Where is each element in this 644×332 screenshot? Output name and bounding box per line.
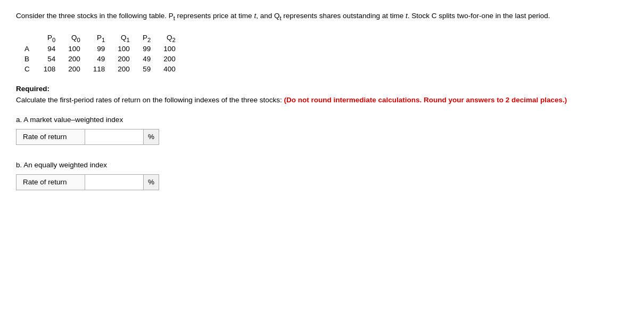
header-p0: P0 — [40, 33, 65, 44]
part-b-rate-label: Rate of return — [16, 174, 85, 190]
table-row: C 108 200 118 200 59 400 — [21, 64, 185, 74]
cell-p1: 49 — [90, 54, 115, 64]
required-section: Required: Calculate the first-period rat… — [16, 85, 628, 106]
cell-p0: 94 — [40, 44, 65, 54]
part-b-input-row: Rate of return % — [16, 174, 628, 190]
cell-q2: 400 — [160, 64, 185, 74]
part-b-label: b. An equally weighted index — [16, 161, 628, 169]
cell-q0: 200 — [65, 64, 90, 74]
cell-p2: 99 — [139, 44, 160, 54]
required-title: Required: — [16, 85, 628, 93]
header-q1: Q1 — [114, 33, 139, 44]
header-q0: Q0 — [65, 33, 90, 44]
cell-p0: 108 — [40, 64, 65, 74]
stock-label: C — [21, 64, 40, 74]
stock-label: B — [21, 54, 40, 64]
cell-p0: 54 — [40, 54, 65, 64]
part-b-section: b. An equally weighted index Rate of ret… — [16, 161, 628, 190]
cell-q1: 200 — [114, 54, 139, 64]
cell-q0: 100 — [65, 44, 90, 54]
cell-q0: 200 — [65, 54, 90, 64]
header-q2: Q2 — [160, 33, 185, 44]
cell-p1: 118 — [90, 64, 115, 74]
cell-q1: 100 — [114, 44, 139, 54]
cell-p2: 59 — [139, 64, 160, 74]
part-b-percent: % — [144, 174, 159, 190]
part-a-rate-input[interactable] — [85, 129, 144, 145]
intro-paragraph: Consider the three stocks in the followi… — [16, 11, 628, 23]
stock-data-table: P0 Q0 P1 Q1 P2 Q2 A 94 100 99 100 99 100… — [21, 33, 185, 75]
required-description: Calculate the first-period rates of retu… — [16, 95, 623, 106]
header-p1: P1 — [90, 33, 115, 44]
cell-q1: 200 — [114, 64, 139, 74]
cell-p1: 99 — [90, 44, 115, 54]
part-b-rate-input[interactable] — [85, 174, 144, 190]
part-a-section: a. A market value–weighted index Rate of… — [16, 116, 628, 145]
cell-p2: 49 — [139, 54, 160, 64]
part-a-rate-label: Rate of return — [16, 129, 85, 145]
table-row: B 54 200 49 200 49 200 — [21, 54, 185, 64]
header-p2: P2 — [139, 33, 160, 44]
cell-q2: 100 — [160, 44, 185, 54]
part-a-input-row: Rate of return % — [16, 129, 628, 145]
part-a-label: a. A market value–weighted index — [16, 116, 628, 124]
cell-q2: 200 — [160, 54, 185, 64]
stock-label: A — [21, 44, 40, 54]
required-bold: (Do not round intermediate calculations.… — [284, 96, 567, 104]
part-a-percent: % — [144, 129, 159, 145]
table-row: A 94 100 99 100 99 100 — [21, 44, 185, 54]
